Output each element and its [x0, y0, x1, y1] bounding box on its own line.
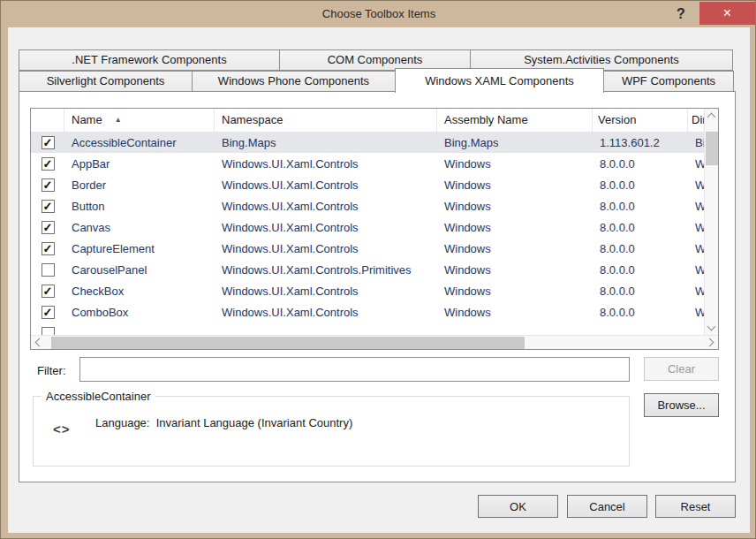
cell-namespace: Windows.UI.Xaml.Controls [215, 285, 437, 298]
cell-namespace: Windows.UI.Xaml.Controls.Primitives [215, 263, 437, 277]
table-row[interactable]: ✓ ComboBox Windows.UI.Xaml.Controls Wind… [31, 301, 704, 323]
scroll-right-button[interactable] [704, 336, 718, 350]
cell-namespace: Windows.UI.Xaml.Controls [215, 157, 437, 171]
cell-assembly: Bing.Maps [437, 136, 593, 149]
column-header-checkbox[interactable] [31, 109, 64, 132]
ok-button[interactable]: OK [478, 495, 558, 518]
table-body: ✓ AccessibleContainer Bing.Maps Bing.Map… [31, 132, 704, 335]
table-row[interactable]: CarouselPanel Windows.UI.Xaml.Controls.P… [31, 259, 704, 280]
table-row[interactable]: ✓ Border Windows.UI.Xaml.Controls Window… [31, 174, 704, 195]
cell-version: 8.0.0.0 [593, 306, 688, 319]
table-row[interactable]: ✓ CheckBox Windows.UI.Xaml.Controls Wind… [31, 280, 704, 301]
chevron-up-icon [707, 113, 716, 122]
table-row[interactable] [31, 323, 704, 335]
cell-version: 8.0.0.0 [593, 221, 688, 234]
cell-assembly: Windows [437, 285, 593, 298]
vertical-scrollbar[interactable] [704, 109, 718, 335]
cell-version: 8.0.0.0 [593, 263, 688, 277]
reset-button[interactable]: Reset [655, 495, 736, 518]
tab-wpf-components[interactable]: WPF Components [603, 71, 734, 92]
cell-assembly: Windows [437, 242, 593, 255]
row-checkbox[interactable]: ✓ [42, 285, 55, 298]
cell-assembly: Windows [437, 200, 593, 213]
horizontal-scrollbar[interactable] [31, 335, 718, 349]
close-icon: × [723, 5, 731, 20]
table-row[interactable]: ✓ CaptureElement Windows.UI.Xaml.Control… [31, 238, 704, 259]
chevron-right-icon [706, 338, 714, 347]
scroll-up-button[interactable] [705, 109, 719, 123]
row-checkbox[interactable]: ✓ [42, 157, 55, 171]
cell-namespace: Windows.UI.Xaml.Controls [215, 306, 437, 319]
cell-name: CaptureElement [64, 242, 215, 255]
tab-net-framework-components[interactable]: .NET Framework Components [19, 49, 280, 71]
sort-ascending-icon: ▲ [115, 116, 122, 124]
cell-name: AppBar [64, 157, 215, 171]
vertical-scrollbar-thumb[interactable] [706, 132, 718, 165]
column-header-namespace[interactable]: Namespace [215, 109, 437, 132]
cell-name: Border [64, 178, 215, 192]
dialog-title: Choose Toolbox Items [1, 7, 756, 20]
cell-namespace: Windows.UI.Xaml.Controls [215, 242, 437, 255]
cell-directory: Windows [688, 157, 704, 171]
cell-directory: Windows [688, 221, 704, 234]
choose-toolbox-items-dialog: Choose Toolbox Items ? × .NET Framework … [0, 0, 756, 539]
components-table: Name▲ Namespace Assembly Name Version Di… [30, 108, 719, 350]
horizontal-scrollbar-thumb[interactable] [51, 337, 525, 349]
cell-namespace: Bing.Maps [215, 136, 437, 149]
close-button[interactable]: × [699, 2, 755, 25]
groupbox-title: AccessibleContainer [42, 390, 155, 403]
clear-button[interactable]: Clear [644, 357, 719, 381]
cancel-button[interactable]: Cancel [567, 495, 647, 518]
selected-item-groupbox: AccessibleContainer <> Language: Invaria… [33, 396, 630, 467]
cell-namespace: Windows.UI.Xaml.Controls [215, 221, 437, 234]
table-row[interactable]: ✓ AccessibleContainer Bing.Maps Bing.Map… [31, 132, 704, 153]
cell-assembly: Windows [437, 157, 593, 171]
column-header-assembly-name[interactable]: Assembly Name [437, 109, 593, 132]
filter-label: Filter: [37, 364, 66, 377]
row-checkbox[interactable]: ✓ [42, 136, 55, 149]
column-header-name[interactable]: Name▲ [64, 109, 215, 132]
column-header-directory[interactable]: Directory [688, 109, 704, 132]
chevron-down-icon [707, 323, 716, 331]
cell-namespace: Windows.UI.Xaml.Controls [215, 178, 437, 192]
tab-windows-phone-components[interactable]: Windows Phone Components [192, 71, 396, 92]
cell-name: CarouselPanel [64, 263, 215, 277]
row-checkbox[interactable]: ✓ [42, 306, 55, 319]
cell-version: 8.0.0.0 [593, 200, 688, 213]
scroll-down-button[interactable] [705, 321, 719, 335]
tab-silverlight-components[interactable]: Silverlight Components [19, 71, 193, 92]
tab-windows-xaml-components[interactable]: Windows XAML Components [395, 68, 604, 93]
row-checkbox[interactable]: ✓ [42, 178, 55, 192]
filter-input[interactable] [79, 357, 630, 382]
row-checkbox[interactable]: ✓ [42, 200, 55, 213]
cell-name: ComboBox [64, 306, 215, 319]
titlebar: Choose Toolbox Items ? × [1, 1, 756, 27]
row-checkbox[interactable]: ✓ [42, 242, 55, 255]
cell-namespace: Windows.UI.Xaml.Controls [215, 200, 437, 213]
cell-directory: Windows [688, 242, 704, 255]
chevron-left-icon [35, 338, 44, 347]
scroll-left-button[interactable] [31, 336, 45, 350]
cell-assembly: Windows [437, 221, 593, 234]
help-icon[interactable]: ? [669, 4, 693, 25]
column-header-version[interactable]: Version [593, 109, 688, 132]
cell-directory: Windows [688, 263, 704, 277]
table-header-row: Name▲ Namespace Assembly Name Version Di… [31, 109, 704, 132]
row-checkbox[interactable] [42, 327, 55, 336]
cell-name: CheckBox [64, 285, 215, 298]
xaml-code-icon: <> [53, 421, 71, 437]
cell-version: 1.113.601.2 [593, 136, 688, 149]
row-checkbox[interactable] [42, 263, 55, 277]
language-info: Language: Invariant Language (Invariant … [95, 416, 352, 429]
row-checkbox[interactable]: ✓ [42, 221, 55, 234]
table-row[interactable]: ✓ Button Windows.UI.Xaml.Controls Window… [31, 195, 704, 216]
table-row[interactable]: ✓ AppBar Windows.UI.Xaml.Controls Window… [31, 153, 704, 174]
cell-name: Button [64, 200, 215, 213]
cell-assembly: Windows [437, 306, 593, 319]
cell-assembly: Windows [437, 178, 593, 192]
cell-directory: Windows [688, 200, 704, 213]
browse-button[interactable]: Browse... [644, 393, 719, 417]
cell-assembly: Windows [437, 263, 593, 277]
cell-name: Canvas [64, 221, 215, 234]
table-row[interactable]: ✓ Canvas Windows.UI.Xaml.Controls Window… [31, 216, 704, 238]
